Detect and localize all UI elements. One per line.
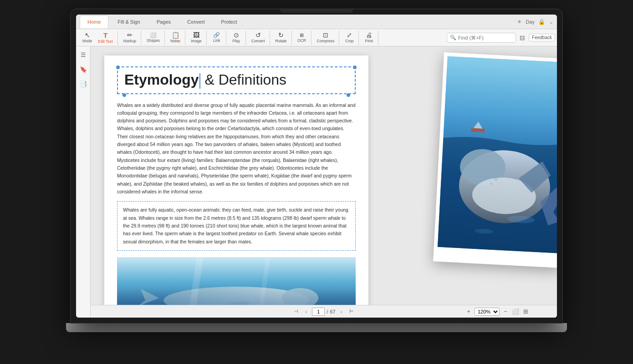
shapes-button[interactable]: ⬜ Shapes: [144, 30, 163, 45]
sidebar-icon-menu[interactable]: ☰: [79, 50, 88, 59]
convert-button[interactable]: ↺ Convert: [249, 30, 268, 45]
pagination: ⊣ ‹ 1 / 67 › ⊢: [292, 308, 355, 316]
rotate-group: ↻ Rotate: [271, 30, 292, 45]
search-input[interactable]: [458, 35, 513, 40]
convert-group: ↺ Convert: [247, 30, 270, 45]
tab-fill-sign[interactable]: Fill & Sign: [110, 15, 148, 28]
tab-home[interactable]: Home: [80, 15, 108, 28]
cursor-button[interactable]: ↖ Mode: [80, 30, 95, 45]
shapes-group: ⬜ Shapes: [142, 30, 165, 45]
edit-text-label: Edit Text: [98, 39, 112, 44]
edit-text-button[interactable]: T Edit Text: [95, 30, 115, 45]
next-page-button[interactable]: ›: [337, 308, 346, 316]
tab-convert[interactable]: Convert: [180, 15, 212, 28]
convert-label: Convert: [251, 39, 265, 43]
screen: Home Fill & Sign Pages Convert Protect ☀…: [76, 15, 557, 318]
rotate-button[interactable]: ↻ Rotate: [273, 30, 290, 45]
notes-group: 📋 Notes: [166, 30, 185, 45]
print-icon: 🖨: [366, 32, 372, 38]
zoom-out-button[interactable]: −: [501, 308, 510, 316]
feedback-button[interactable]: Feedback: [529, 34, 555, 41]
shapes-label: Shapes: [147, 38, 160, 43]
zoom-select[interactable]: 120%: [475, 308, 500, 316]
sidebar-icon-layers[interactable]: 📑: [79, 79, 88, 88]
day-mode-label[interactable]: Day: [526, 19, 535, 25]
cursor-icon: ↖: [85, 32, 90, 38]
print-label: Print: [365, 39, 373, 43]
svg-rect-13: [471, 128, 485, 132]
link-button[interactable]: 🔗 Link: [209, 30, 224, 45]
markup-icon: ✏: [127, 32, 133, 38]
compress-icon: ⊡: [323, 32, 328, 38]
filter-icon[interactable]: ⊟: [520, 34, 525, 41]
zoom-in-button[interactable]: +: [465, 308, 473, 316]
rotate-icon: ↻: [278, 32, 284, 38]
title-inner: Etymology & Definitions: [124, 72, 348, 89]
fit-page-button[interactable]: ⬜: [511, 308, 520, 316]
crop-label: Crop: [345, 39, 353, 43]
markup-group: ✏ Markup: [119, 30, 141, 45]
notes-label: Notes: [170, 39, 180, 43]
tab-protect[interactable]: Protect: [214, 15, 245, 28]
shapes-icon: ⬜: [150, 32, 157, 38]
mode-label: Mode: [82, 39, 92, 43]
ocr-label: OCR: [297, 38, 306, 43]
prev-page-button[interactable]: ‹: [302, 308, 310, 316]
print-button[interactable]: 🖨 Print: [362, 30, 376, 45]
crop-icon: ⤢: [347, 32, 352, 38]
highlighted-text-block: Whales are fully aquatic, open-ocean ani…: [117, 201, 356, 251]
mode-group: ↖ Mode T Edit Text: [78, 30, 118, 45]
convert-icon: ↺: [255, 32, 261, 38]
link-icon: 🔗: [213, 32, 220, 38]
text-icon: T: [103, 32, 107, 39]
grid-view-button[interactable]: ⊞: [521, 308, 530, 316]
main-area: ☰ 🔖 📑 Etymology & Definit: [76, 46, 557, 318]
play-button[interactable]: ⊙ Play: [229, 30, 244, 45]
play-group: ⊙ Play: [227, 30, 246, 45]
first-page-button[interactable]: ⊣: [292, 308, 300, 316]
body-paragraph-1: Whales are a widely distributed and dive…: [117, 101, 356, 196]
tabs-bar: Home Fill & Sign Pages Convert Protect ☀…: [76, 15, 557, 29]
expand-icon[interactable]: ⌄: [549, 19, 553, 25]
ocr-icon: ⊞: [300, 33, 304, 38]
ocr-button[interactable]: ⊞ OCR: [295, 30, 309, 45]
whale-photo: [438, 56, 557, 253]
crop-button[interactable]: ⤢ Crop: [342, 30, 357, 45]
toolbar-right: 🔍 ⊟ Feedback: [447, 33, 555, 43]
play-icon: ⊙: [234, 32, 239, 38]
search-icon: 🔍: [450, 35, 456, 40]
tab-pages[interactable]: Pages: [149, 15, 178, 28]
image-button[interactable]: 🖼 Image: [188, 30, 204, 45]
lock-icon: 🔒: [538, 19, 545, 25]
whale-underwater-image: [117, 257, 356, 305]
titlebar-right: ☀ Day 🔒 ⌄: [517, 19, 553, 25]
compress-button[interactable]: ⊡ Compress: [314, 30, 337, 45]
markup-button[interactable]: ✏ Markup: [121, 30, 139, 45]
page-number-input[interactable]: 1: [312, 308, 325, 316]
body-paragraph-2: Whales are fully aquatic, open-ocean ani…: [123, 206, 350, 246]
main-toolbar: ↖ Mode T Edit Text ✏ Markup: [76, 29, 557, 46]
laptop-base: [66, 323, 567, 332]
sun-icon: ☀: [517, 19, 522, 25]
title-regular: & Definitions: [204, 71, 286, 88]
image-label: Image: [191, 39, 202, 43]
image-overlay: [117, 289, 356, 305]
page-total: 67: [330, 309, 335, 314]
bottom-toolbar: ⊣ ‹ 1 / 67 › ⊢ + 120%: [91, 305, 557, 318]
link-group: 🔗 Link: [208, 30, 226, 45]
title-bold: Etymology: [124, 71, 199, 88]
pdf-page: Etymology & Definitions Whales are a wid…: [104, 56, 368, 305]
camera-notch: [280, 9, 353, 13]
markup-label: Markup: [123, 39, 136, 43]
link-label: Link: [213, 38, 220, 43]
title-selection-block[interactable]: Etymology & Definitions: [117, 66, 356, 94]
screen-bezel: Home Fill & Sign Pages Convert Protect ☀…: [71, 9, 562, 323]
compress-group: ⊡ Compress: [312, 30, 340, 45]
notes-icon: 📋: [172, 32, 179, 38]
search-bar[interactable]: 🔍: [447, 33, 516, 43]
document-area: Etymology & Definitions Whales are a wid…: [91, 46, 557, 318]
sidebar-icon-bookmark[interactable]: 🔖: [79, 65, 88, 74]
notes-button[interactable]: 📋 Notes: [168, 30, 183, 45]
last-page-button[interactable]: ⊢: [347, 308, 356, 316]
laptop-container: Home Fill & Sign Pages Convert Protect ☀…: [43, 9, 590, 355]
